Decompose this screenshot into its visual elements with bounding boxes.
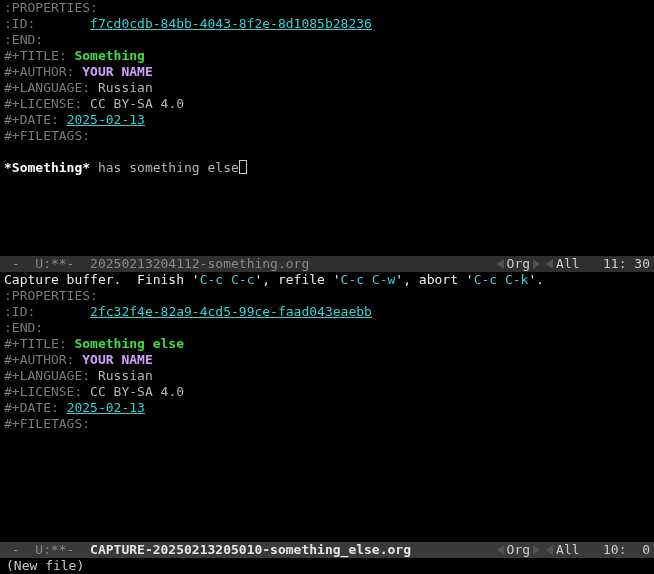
date-keyword: #+DATE: — [4, 400, 59, 415]
modeline-filename: CAPTURE-20250213205010-something_else.or… — [82, 542, 411, 558]
modeline-filename: 20250213204112-something.org — [82, 256, 309, 272]
properties-open: :PROPERTIES: — [4, 288, 98, 303]
date-value: 2025-02-13 — [67, 112, 145, 127]
buffer-top[interactable]: :PROPERTIES: :ID: f7cd0cdb-84bb-4043-8f2… — [0, 0, 654, 256]
properties-end: :END: — [4, 320, 43, 335]
author-value: YOUR NAME — [82, 352, 152, 367]
echo-area: (New file) — [0, 558, 654, 574]
title-keyword: #+TITLE: — [4, 48, 67, 63]
modeline-line-col: 11: 30 — [603, 256, 650, 272]
author-keyword: #+AUTHOR: — [4, 64, 74, 79]
keybind-refile: C-c C-w — [341, 272, 396, 287]
properties-end: :END: — [4, 32, 43, 47]
keybind-abort: C-c C-k — [474, 272, 529, 287]
properties-open: :PROPERTIES: — [4, 0, 98, 15]
id-label: :ID: — [4, 304, 35, 319]
body-text: has something else — [90, 160, 239, 175]
id-label: :ID: — [4, 16, 35, 31]
body-bold: *Something* — [4, 160, 90, 175]
id-value: f7cd0cdb-84bb-4043-8f2e-8d1085b28236 — [90, 16, 372, 31]
buffer-capture[interactable]: :PROPERTIES: :ID: 2fc32f4e-82a9-4cd5-99c… — [0, 288, 654, 542]
license-keyword: #+LICENSE: — [4, 384, 82, 399]
chevron-left-icon — [497, 259, 504, 269]
language-keyword: #+LANGUAGE: — [4, 80, 90, 95]
title-keyword: #+TITLE: — [4, 336, 67, 351]
language-keyword: #+LANGUAGE: — [4, 368, 90, 383]
author-value: YOUR NAME — [82, 64, 152, 79]
filetags-keyword: #+FILETAGS: — [4, 128, 90, 143]
text-cursor — [239, 160, 247, 174]
modeline-status: - U:**- — [4, 256, 82, 272]
chevron-right-icon — [533, 545, 540, 555]
keybind-finish: C-c C-c — [200, 272, 255, 287]
modeline-mode: Org — [507, 542, 530, 558]
chevron-left-icon — [546, 545, 553, 555]
language-value: Russian — [98, 80, 153, 95]
modeline-top[interactable]: - U:**- 20250213204112-something.org Org… — [0, 256, 654, 272]
modeline-status: - U:**- — [4, 542, 82, 558]
chevron-right-icon — [533, 259, 540, 269]
modeline-position: All — [556, 256, 579, 272]
language-value: Russian — [98, 368, 153, 383]
modeline-capture[interactable]: - U:**- CAPTURE-20250213205010-something… — [0, 542, 654, 558]
license-keyword: #+LICENSE: — [4, 96, 82, 111]
modeline-mode: Org — [507, 256, 530, 272]
chevron-left-icon — [497, 545, 504, 555]
id-value: 2fc32f4e-82a9-4cd5-99ce-faad043eaebb — [90, 304, 372, 319]
chevron-left-icon — [546, 259, 553, 269]
date-value: 2025-02-13 — [67, 400, 145, 415]
emacs-frame: :PROPERTIES: :ID: f7cd0cdb-84bb-4043-8f2… — [0, 0, 654, 574]
date-keyword: #+DATE: — [4, 112, 59, 127]
title-value: Something — [74, 48, 144, 63]
title-value: Something else — [74, 336, 184, 351]
filetags-keyword: #+FILETAGS: — [4, 416, 90, 431]
license-value: CC BY-SA 4.0 — [90, 96, 184, 111]
license-value: CC BY-SA 4.0 — [90, 384, 184, 399]
modeline-position: All — [556, 542, 579, 558]
modeline-line-col: 10: 0 — [603, 542, 650, 558]
capture-hint: Capture buffer. Finish 'C-c C-c', refile… — [0, 272, 654, 288]
author-keyword: #+AUTHOR: — [4, 352, 74, 367]
